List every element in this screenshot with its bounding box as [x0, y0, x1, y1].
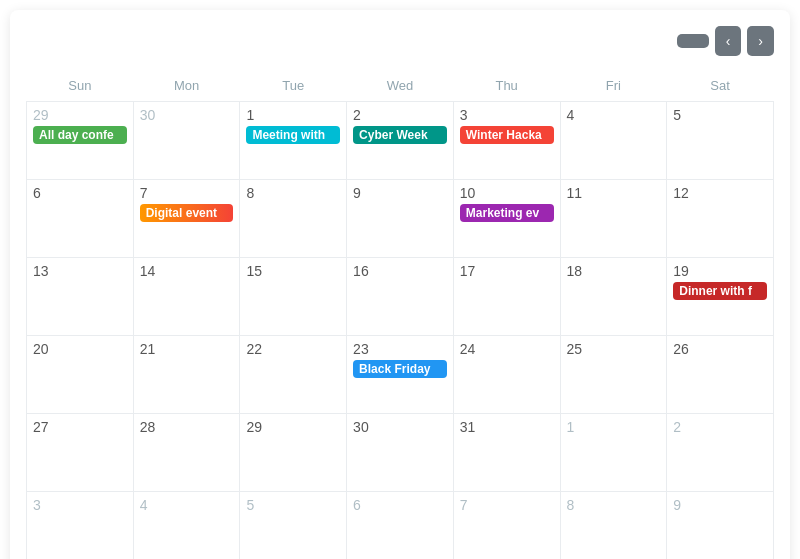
calendar-cell[interactable]: 22: [240, 336, 347, 414]
day-number: 1: [567, 419, 661, 435]
day-number: 9: [353, 185, 447, 201]
calendar-cell[interactable]: 9: [667, 492, 774, 560]
calendar-cell[interactable]: 18: [560, 258, 667, 336]
day-number: 17: [460, 263, 554, 279]
day-number: 4: [567, 107, 661, 123]
day-number: 12: [673, 185, 767, 201]
calendar-event[interactable]: Meeting with: [246, 126, 340, 144]
calendar-cell[interactable]: 3Winter Hacka: [453, 102, 560, 180]
day-number: 16: [353, 263, 447, 279]
weekday-header: Sat: [667, 72, 774, 102]
day-number: 29: [33, 107, 127, 123]
calendar-cell[interactable]: 8: [240, 180, 347, 258]
calendar-cell[interactable]: 11: [560, 180, 667, 258]
calendar-cell[interactable]: 15: [240, 258, 347, 336]
calendar-cell[interactable]: 17: [453, 258, 560, 336]
day-number: 18: [567, 263, 661, 279]
calendar-cell[interactable]: 19Dinner with f: [667, 258, 774, 336]
calendar-cell[interactable]: 24: [453, 336, 560, 414]
weekday-header: Thu: [453, 72, 560, 102]
calendar-cell[interactable]: 23Black Friday: [347, 336, 454, 414]
day-number: 4: [140, 497, 234, 513]
calendar-cell[interactable]: 12: [667, 180, 774, 258]
day-number: 8: [246, 185, 340, 201]
day-number: 3: [33, 497, 127, 513]
day-number: 26: [673, 341, 767, 357]
calendar-grid: SunMonTueWedThuFriSat 29All day confe301…: [26, 72, 774, 559]
calendar-cell[interactable]: 5: [667, 102, 774, 180]
calendar-cell[interactable]: 8: [560, 492, 667, 560]
day-number: 29: [246, 419, 340, 435]
day-number: 5: [246, 497, 340, 513]
calendar-cell[interactable]: 26: [667, 336, 774, 414]
calendar-cell[interactable]: 21: [133, 336, 240, 414]
day-number: 8: [567, 497, 661, 513]
calendar-cell[interactable]: 3: [27, 492, 134, 560]
day-number: 2: [353, 107, 447, 123]
calendar-cell[interactable]: 10Marketing ev: [453, 180, 560, 258]
weekday-header: Wed: [347, 72, 454, 102]
day-number: 7: [460, 497, 554, 513]
day-number: 20: [33, 341, 127, 357]
calendar-cell[interactable]: 1: [560, 414, 667, 492]
today-button[interactable]: [677, 34, 709, 48]
weekday-header: Mon: [133, 72, 240, 102]
day-number: 22: [246, 341, 340, 357]
calendar-container: ‹ › SunMonTueWedThuFriSat 29All day conf…: [10, 10, 790, 559]
calendar-cell[interactable]: 6: [347, 492, 454, 560]
calendar-cell[interactable]: 29: [240, 414, 347, 492]
calendar-cell[interactable]: 16: [347, 258, 454, 336]
calendar-event[interactable]: Marketing ev: [460, 204, 554, 222]
day-number: 30: [140, 107, 234, 123]
calendar-cell[interactable]: 4: [560, 102, 667, 180]
calendar-cell[interactable]: 14: [133, 258, 240, 336]
day-number: 6: [33, 185, 127, 201]
calendar-cell[interactable]: 30: [347, 414, 454, 492]
calendar-cell[interactable]: 30: [133, 102, 240, 180]
day-number: 14: [140, 263, 234, 279]
day-number: 15: [246, 263, 340, 279]
calendar-cell[interactable]: 27: [27, 414, 134, 492]
calendar-cell[interactable]: 2Cyber Week: [347, 102, 454, 180]
day-number: 3: [460, 107, 554, 123]
day-number: 24: [460, 341, 554, 357]
calendar-cell[interactable]: 7Digital event: [133, 180, 240, 258]
calendar-cell[interactable]: 1Meeting with: [240, 102, 347, 180]
day-number: 13: [33, 263, 127, 279]
calendar-cell[interactable]: 6: [27, 180, 134, 258]
next-button[interactable]: ›: [747, 26, 774, 56]
calendar-cell[interactable]: 13: [27, 258, 134, 336]
day-number: 1: [246, 107, 340, 123]
calendar-cell[interactable]: 29All day confe: [27, 102, 134, 180]
day-number: 31: [460, 419, 554, 435]
calendar-cell[interactable]: 4: [133, 492, 240, 560]
calendar-event[interactable]: Black Friday: [353, 360, 447, 378]
calendar-cell[interactable]: 2: [667, 414, 774, 492]
prev-button[interactable]: ‹: [715, 26, 742, 56]
calendar-cell[interactable]: 25: [560, 336, 667, 414]
calendar-event[interactable]: Cyber Week: [353, 126, 447, 144]
calendar-event[interactable]: Digital event: [140, 204, 234, 222]
calendar-weekdays: SunMonTueWedThuFriSat: [27, 72, 774, 102]
calendar-cell[interactable]: 7: [453, 492, 560, 560]
calendar-event[interactable]: Dinner with f: [673, 282, 767, 300]
weekday-header: Tue: [240, 72, 347, 102]
day-number: 25: [567, 341, 661, 357]
day-number: 21: [140, 341, 234, 357]
calendar-event[interactable]: All day confe: [33, 126, 127, 144]
day-number: 10: [460, 185, 554, 201]
day-number: 5: [673, 107, 767, 123]
header-controls: ‹ ›: [677, 26, 774, 56]
calendar-cell[interactable]: 31: [453, 414, 560, 492]
calendar-cell[interactable]: 5: [240, 492, 347, 560]
calendar-event[interactable]: Winter Hacka: [460, 126, 554, 144]
calendar-cell[interactable]: 28: [133, 414, 240, 492]
day-number: 9: [673, 497, 767, 513]
day-number: 6: [353, 497, 447, 513]
weekday-header: Fri: [560, 72, 667, 102]
day-number: 11: [567, 185, 661, 201]
calendar-header: ‹ ›: [26, 26, 774, 56]
calendar-cell[interactable]: 20: [27, 336, 134, 414]
calendar-cell[interactable]: 9: [347, 180, 454, 258]
day-number: 2: [673, 419, 767, 435]
